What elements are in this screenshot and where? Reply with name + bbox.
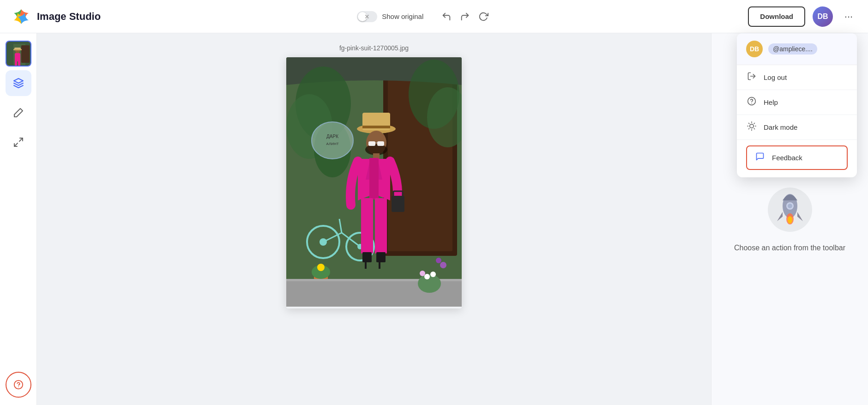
dropdown-menu: DB @ampliece.... Log out Help (737, 33, 857, 177)
svg-rect-56 (365, 260, 367, 269)
menu-item-help[interactable]: Help (737, 90, 857, 115)
svg-marker-11 (14, 109, 23, 117)
more-options-button[interactable]: ··· (840, 8, 857, 25)
svg-marker-10 (14, 79, 23, 83)
svg-rect-7 (18, 61, 20, 66)
show-original-toggle[interactable]: ✕ Show original (357, 11, 423, 22)
svg-point-65 (440, 262, 446, 268)
dark-mode-icon (746, 121, 757, 133)
svg-line-83 (749, 128, 749, 129)
header-actions: Download DB ··· (748, 6, 857, 27)
svg-point-72 (788, 216, 792, 224)
edit-icon (13, 107, 24, 118)
toggle-track[interactable]: ✕ (357, 11, 377, 22)
rocket-illustration (767, 187, 813, 233)
svg-rect-3 (21, 45, 30, 63)
svg-line-79 (749, 123, 749, 124)
svg-rect-53 (361, 198, 373, 254)
svg-rect-54 (375, 198, 387, 254)
thumbnail-image (6, 42, 30, 66)
sidebar-thumbnail-1[interactable] (6, 41, 31, 66)
svg-text:АЛИНТ: АЛИНТ (326, 142, 338, 146)
svg-point-63 (430, 272, 436, 277)
logo-icon (11, 6, 31, 27)
expand-icon (13, 137, 24, 148)
fashion-image: ДАРК АЛИНТ (286, 57, 462, 307)
svg-line-13 (14, 143, 18, 146)
help-icon (746, 97, 757, 108)
svg-rect-9 (13, 49, 22, 50)
svg-point-23 (312, 122, 353, 159)
show-original-label: Show original (382, 12, 423, 20)
svg-rect-6 (15, 61, 17, 66)
svg-rect-42 (362, 126, 390, 128)
redo-icon (460, 12, 470, 22)
logout-label: Log out (764, 73, 787, 81)
help-circle-icon (13, 380, 24, 390)
menu-item-logout[interactable]: Log out (737, 65, 857, 90)
redo-button[interactable] (457, 8, 473, 25)
thumbnail-svg (6, 42, 30, 66)
refresh-button[interactable] (475, 8, 492, 25)
logo-area: Image Studio (11, 6, 101, 27)
svg-rect-55 (362, 252, 372, 262)
choose-action-text: Choose an action from the toolbar (734, 244, 845, 252)
sidebar-item-edit[interactable] (6, 100, 31, 126)
svg-line-84 (754, 123, 754, 124)
svg-rect-45 (368, 141, 375, 146)
user-avatar-button[interactable]: DB (813, 6, 833, 27)
sidebar-help-button[interactable] (6, 372, 31, 398)
toggle-x-icon: ✕ (364, 13, 370, 20)
header: Image Studio ✕ Show original (0, 0, 868, 33)
sidebar (0, 33, 37, 405)
svg-rect-46 (377, 141, 384, 146)
feedback-label: Feedback (772, 154, 802, 162)
svg-rect-58 (379, 260, 380, 269)
canvas-area: fg-pink-suit-1270005.jpg ДАРК (37, 33, 711, 405)
image-filename: fg-pink-suit-1270005.jpg (339, 44, 409, 52)
svg-point-66 (436, 258, 441, 263)
menu-item-feedback[interactable]: Feedback (746, 145, 848, 170)
svg-point-37 (317, 264, 325, 271)
menu-user-avatar: DB (746, 41, 763, 57)
sidebar-item-layers[interactable] (6, 70, 31, 96)
dark-mode-label: Dark mode (764, 123, 797, 131)
help-label: Help (764, 98, 778, 106)
ellipsis-icon: ··· (844, 11, 853, 23)
svg-rect-5 (15, 53, 20, 61)
svg-rect-57 (376, 252, 386, 262)
undo-button[interactable] (438, 8, 455, 25)
svg-text:ДАРК: ДАРК (326, 134, 338, 139)
svg-line-80 (754, 128, 754, 129)
svg-line-12 (19, 138, 23, 141)
history-buttons (438, 8, 492, 25)
svg-point-64 (420, 271, 425, 276)
svg-point-62 (424, 274, 430, 279)
avatar-initials: DB (817, 12, 828, 21)
menu-username: @ampliece.... (768, 43, 817, 54)
refresh-icon (478, 12, 488, 22)
download-button[interactable]: Download (748, 6, 805, 27)
svg-point-70 (788, 204, 792, 208)
menu-user-row: DB @ampliece.... (737, 33, 857, 65)
svg-point-76 (750, 124, 753, 128)
header-center: ✕ Show original (101, 8, 748, 25)
menu-item-dark-mode[interactable]: Dark mode (737, 115, 857, 140)
image-container: ДАРК АЛИНТ (286, 57, 462, 308)
layers-icon (13, 78, 24, 89)
logout-icon (746, 72, 757, 83)
feedback-icon (754, 152, 766, 163)
menu-avatar-initials: DB (750, 45, 759, 53)
svg-rect-52 (369, 158, 379, 199)
app-title: Image Studio (37, 11, 101, 23)
sidebar-item-expand[interactable] (6, 129, 31, 155)
undo-icon (441, 12, 452, 22)
